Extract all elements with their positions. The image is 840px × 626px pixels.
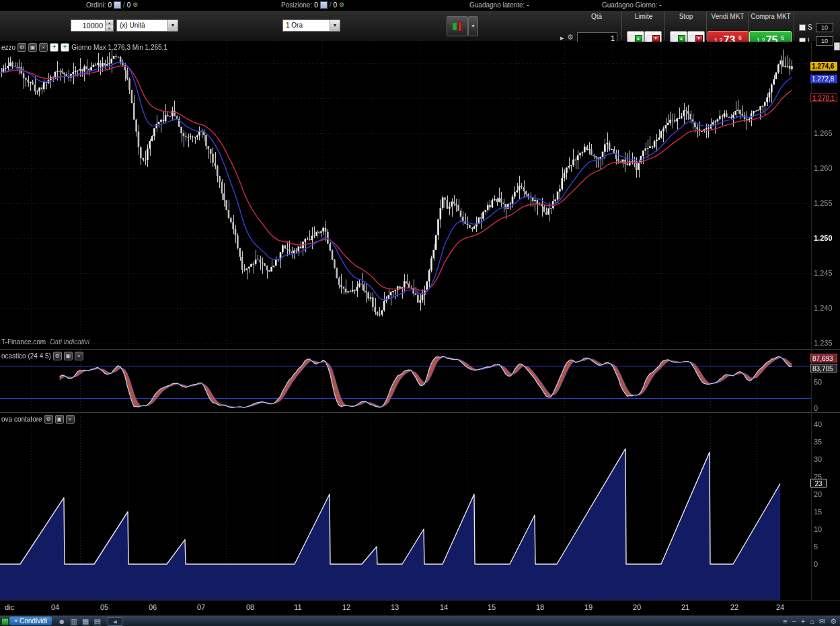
- sell-price-decimal: 6: [738, 34, 742, 41]
- zoom-in-icon[interactable]: +: [801, 617, 805, 626]
- expand-arrow-icon[interactable]: ▶: [560, 36, 564, 41]
- counter-axis-label: 30: [814, 455, 822, 463]
- orders-open-count: 0: [108, 1, 112, 9]
- share-icon: »: [14, 617, 17, 625]
- timeframe-value: 1 Ora: [283, 20, 330, 31]
- orders-gear-icon[interactable]: ⚙: [132, 2, 138, 8]
- counter-axis-label: 15: [814, 508, 822, 516]
- time-axis-label: 21: [681, 603, 689, 611]
- close-icon[interactable]: ×: [39, 43, 48, 52]
- time-axis-label: 12: [342, 603, 350, 611]
- time-axis-label: 20: [633, 603, 641, 611]
- quantity-stepper[interactable]: 10000 ▲▼: [71, 19, 114, 32]
- orders-window-icon[interactable]: [114, 1, 121, 9]
- price-axis[interactable]: 1.2651.2601.2551.2501.2451.2401.23550040…: [812, 0, 840, 600]
- time-axis-label: 04: [51, 603, 59, 611]
- counter-panel-header: ova contatore ⚙ ▣ ×: [1, 415, 75, 424]
- chevron-down-icon[interactable]: ▼: [167, 20, 178, 31]
- order-toolbar: 10000 ▲▼ (x) Unità ▼ 1 Ora ▼ ▼ Qtà Limit…: [0, 11, 840, 42]
- stochastic-canvas[interactable]: [0, 350, 812, 412]
- chart-style-dropdown-icon[interactable]: ▼: [468, 16, 478, 36]
- settings-icon[interactable]: ⚙: [830, 617, 837, 626]
- list-icon[interactable]: ≡: [783, 617, 787, 626]
- stochastic-panel-header: ocastico (24 4 5) ⚙ ▣ ×: [1, 352, 83, 360]
- position-gear-icon[interactable]: ⚙: [339, 2, 344, 8]
- ladder-icon: [629, 36, 634, 42]
- position-window-icon[interactable]: [320, 1, 328, 9]
- stochastic-axis-label: 50: [814, 378, 822, 386]
- order-settings-gear-icon[interactable]: ⚙: [567, 33, 574, 42]
- window-icon[interactable]: ▣: [64, 352, 73, 360]
- unit-select-value: (x) Unità: [117, 20, 167, 31]
- time-axis-label: 05: [100, 603, 108, 611]
- counter-axis-label: 20: [814, 490, 822, 498]
- stop-header: Stop: [666, 13, 706, 20]
- time-axis-label: 07: [197, 603, 205, 611]
- counter-axis-label: 35: [814, 438, 822, 446]
- time-axis-label: 24: [776, 603, 784, 611]
- home-icon[interactable]: ⌂: [810, 617, 814, 626]
- chart-style-button[interactable]: [447, 16, 468, 36]
- time-axis-label: dic: [5, 603, 14, 611]
- mail-icon[interactable]: ✉: [819, 617, 825, 626]
- calendar-icon[interactable]: ▦: [82, 617, 89, 626]
- add-order-icon[interactable]: +: [61, 43, 69, 52]
- connection-status-icon: [1, 618, 9, 625]
- stop-attach-checkbox[interactable]: [799, 24, 806, 31]
- price-axis-label: 1.250: [814, 234, 833, 242]
- price-panel-title: ezzo: [1, 44, 15, 51]
- price-axis-label: 1.255: [814, 199, 833, 207]
- ladder-icon: [647, 36, 651, 42]
- chart-icon[interactable]: ▥: [71, 617, 77, 626]
- position-count-b: 0: [333, 1, 337, 9]
- unrealized-pnl: Guadagno latente: -: [469, 1, 529, 9]
- quantity-up-icon[interactable]: ▲: [106, 20, 113, 26]
- properties-wrench-icon[interactable]: ⚙: [53, 352, 62, 360]
- price-chart-canvas[interactable]: [0, 42, 812, 349]
- user-icon[interactable]: ☻: [58, 617, 66, 626]
- orders-label: Ordini:: [86, 1, 106, 9]
- unrealized-pnl-value: -: [527, 1, 529, 9]
- buy-price-decimal: 6: [781, 34, 784, 41]
- time-axis-label: 06: [149, 603, 157, 611]
- price-axis-label: 1.260: [814, 164, 833, 172]
- chevron-down-icon[interactable]: ▼: [330, 20, 340, 31]
- price-axis-label: 1.235: [814, 339, 833, 347]
- workspace-icon[interactable]: ▤: [93, 617, 100, 626]
- stochastic-d-value-tag: 83,705: [810, 364, 837, 373]
- trading-platform-window: Ordini: 0 / 0 ⚙ Posizione: 0 / 0 ⚙ Guada…: [0, 0, 840, 626]
- properties-wrench-icon[interactable]: ⚙: [17, 43, 26, 52]
- axis-scrollbar-thumb[interactable]: [834, 42, 840, 50]
- counter-canvas[interactable]: [0, 414, 812, 600]
- add-indicator-icon[interactable]: +: [50, 43, 59, 52]
- buy-mkt-header: Compra MKT: [749, 13, 793, 20]
- close-icon[interactable]: ×: [66, 415, 75, 424]
- day-pnl-label: Guadagno Giorno:: [602, 1, 657, 9]
- share-label: Condividi: [20, 617, 47, 625]
- time-axis-label: 13: [391, 603, 399, 611]
- stochastic-k-value-tag: 87,693: [810, 354, 837, 362]
- quantity-down-icon[interactable]: ▼: [106, 26, 113, 31]
- quantity-value[interactable]: 10000: [71, 20, 105, 31]
- share-button[interactable]: » Condividi: [9, 617, 52, 625]
- properties-wrench-icon[interactable]: ⚙: [44, 415, 53, 424]
- counter-axis-label: 40: [814, 420, 822, 428]
- zoom-out-icon[interactable]: −: [792, 617, 796, 626]
- unit-select[interactable]: (x) Unità ▼: [116, 19, 178, 32]
- data-provider-note: T-Finance.comDati indicativi: [1, 338, 89, 346]
- ladder-icon: [690, 36, 694, 42]
- counter-axis-label: 10: [814, 525, 822, 533]
- window-icon[interactable]: ▣: [28, 43, 37, 52]
- price-axis-label: 1.240: [814, 304, 833, 312]
- taskbar-left-icons: ☻▥▦▤: [58, 617, 101, 626]
- scroll-back-button[interactable]: ◀: [108, 617, 122, 626]
- slash: /: [330, 1, 332, 9]
- timeframe-select[interactable]: 1 Ora ▼: [282, 19, 340, 32]
- counter-value-tag: 23: [810, 479, 827, 487]
- qty-header: Qtà: [577, 13, 616, 20]
- candle-up-icon: [453, 23, 457, 30]
- window-icon[interactable]: ▣: [55, 415, 64, 424]
- counter-axis-label: 5: [814, 543, 818, 551]
- close-icon[interactable]: ×: [75, 352, 83, 360]
- time-axis[interactable]: dic04050607081112131415181920212224: [0, 600, 840, 615]
